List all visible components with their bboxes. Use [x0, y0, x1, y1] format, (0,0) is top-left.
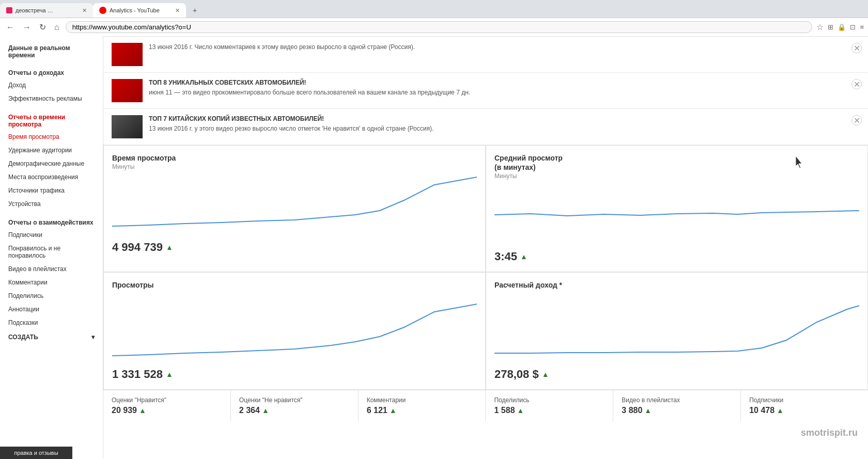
sidebar-item-subscribers[interactable]: Подписчики: [0, 228, 103, 242]
stat-item-playlists: Видео в плейлистах 3 880 ▲: [613, 390, 741, 421]
notification-thumb-0: [112, 43, 143, 66]
metric-card-avgview: Средний просмотр (в минутах) Минуты 3:45…: [486, 145, 868, 272]
trend-up-watchtime: ▲: [166, 243, 173, 251]
sidebar-item-devices[interactable]: Устройства: [0, 197, 103, 211]
watermark: smotrispit.ru: [801, 428, 858, 438]
home-button[interactable]: ⌂: [52, 22, 61, 33]
stat-item-shares: Поделились 1 588 ▲: [486, 390, 613, 421]
chart-svg-views: [112, 302, 477, 363]
refresh-button[interactable]: ↻: [37, 21, 48, 33]
tab-close-inactive[interactable]: ✕: [82, 7, 87, 14]
stat-label-dislikes: Оценки "Не нравится": [239, 397, 350, 404]
stat-label-likes: Оценки "Нравится": [112, 397, 222, 404]
sidebar-item-income[interactable]: Доход: [0, 78, 103, 92]
metrics-grid: Время просмотра Минуты 4 994 739 ▲ Средн…: [103, 145, 868, 390]
metric-value-watchtime: 4 994 739 ▲: [112, 241, 477, 254]
notification-close-0[interactable]: ✕: [851, 43, 862, 53]
stat-value-dislikes: 2 364 ▲: [239, 406, 350, 415]
stat-item-dislikes: Оценки "Не нравится" 2 364 ▲: [231, 390, 359, 421]
stat-value-likes: 20 939 ▲: [112, 406, 222, 415]
sidebar-footer: правка и отзывы: [0, 447, 72, 459]
sidebar: Данные в реальном времени Отчеты о доход…: [0, 36, 103, 459]
toolbar-icon-4[interactable]: ≡: [860, 23, 864, 31]
address-bar-row: ← → ↻ ⌂ ☆ ⊞ 🔒 ⊡ ≡: [0, 18, 868, 36]
sidebar-item-playlists[interactable]: Видео в плейлистах: [0, 262, 103, 276]
tab-favicon-inactive: [6, 7, 12, 13]
main-container: Данные в реальном времени Отчеты о доход…: [0, 36, 868, 459]
stat-item-likes: Оценки "Нравится" 20 939 ▲: [103, 390, 231, 421]
tab-inactive[interactable]: деовстреча Hango ✕: [0, 3, 93, 18]
sidebar-item-cards[interactable]: Подсказки: [0, 316, 103, 329]
toolbar-icon-3[interactable]: ⊡: [850, 23, 856, 31]
chart-revenue: [494, 302, 859, 363]
metric-title-avgview2: (в минутах): [494, 163, 859, 171]
metric-subtitle-watchtime: Минуты: [112, 163, 477, 170]
trend-up-avgview: ▲: [520, 252, 528, 261]
toolbar-icon-2[interactable]: 🔒: [838, 23, 846, 31]
notification-title-1: ТОП 8 УНИКАЛЬНЫХ СОВЕТСКИХ АВТОМОБИЛЕЙ!: [149, 79, 860, 86]
stat-value-playlists: 3 880 ▲: [622, 406, 732, 415]
trend-up-subscribers: ▲: [777, 406, 784, 415]
sidebar-item-comments[interactable]: Комментарии: [0, 276, 103, 289]
browser-chrome: деовстреча Hango ✕ Analytics - YouTube ✕…: [0, 0, 868, 36]
metric-card-views: Просмотры 1 331 528 ▲: [103, 272, 486, 390]
metric-value-views: 1 331 528 ▲: [112, 368, 477, 381]
sidebar-item-retention[interactable]: Удержание аудитории: [0, 144, 103, 157]
sidebar-item-annotations[interactable]: Аннотации: [0, 303, 103, 316]
sidebar-item-watchtime[interactable]: Время просмотра: [0, 130, 103, 144]
trend-up-revenue: ▲: [542, 370, 549, 378]
notification-close-2[interactable]: ✕: [851, 115, 862, 125]
back-button[interactable]: ←: [4, 22, 17, 33]
new-tab-icon: +: [193, 6, 197, 14]
stat-label-shares: Поделились: [494, 397, 605, 404]
metric-subtitle-views: [112, 290, 477, 297]
thumb-image-1: [112, 79, 143, 102]
metric-subtitle-avgview: Минуты: [494, 172, 859, 180]
trend-up-playlists: ▲: [644, 406, 652, 415]
notification-text-2: ТОП 7 КИТАЙСКИХ КОПИЙ ИЗВЕСТНЫХ АВТОМОБИ…: [149, 115, 860, 133]
sidebar-realtime-label2: времени: [8, 52, 35, 59]
chart-views: [112, 302, 477, 363]
metric-title-avgview: Средний просмотр: [494, 154, 859, 162]
sidebar-section-revenue: Отчеты о доходах: [0, 65, 103, 78]
notification-thumb-2: [112, 115, 143, 138]
thumb-image-2: [112, 115, 143, 138]
address-input[interactable]: [66, 21, 813, 33]
toolbar-icon-1[interactable]: ⊞: [828, 23, 833, 31]
stats-bar: Оценки "Нравится" 20 939 ▲ Оценки "Не нр…: [103, 390, 868, 421]
sidebar-create-button[interactable]: СОЗДАТЬ ▾: [0, 329, 103, 345]
feedback-button[interactable]: правка и отзывы: [0, 447, 72, 459]
tab-active[interactable]: Analytics - YouTube ✕: [93, 3, 186, 18]
sidebar-item-playback[interactable]: Места воспроизведения: [0, 170, 103, 184]
stat-item-comments: Комментарии 6 121 ▲: [359, 390, 486, 421]
sidebar-item-shares[interactable]: Поделились: [0, 289, 103, 303]
stat-label-comments: Комментарии: [367, 397, 477, 404]
notification-card-0: 13 июня 2016 г. Число комментариев к это…: [103, 36, 868, 73]
notification-thumb-1: [112, 79, 143, 102]
sidebar-item-likes[interactable]: Понравилось и не понравилось: [0, 242, 103, 262]
bookmark-star-icon[interactable]: ☆: [816, 22, 824, 32]
sidebar-item-adeff[interactable]: Эффективность рекламы: [0, 92, 103, 105]
metric-card-watchtime: Время просмотра Минуты 4 994 739 ▲: [103, 145, 486, 272]
trend-up-views: ▲: [166, 370, 173, 378]
metric-value-revenue: 278,08 $ ▲: [494, 368, 859, 381]
metric-title-watchtime: Время просмотра: [112, 154, 477, 162]
tab-close-active[interactable]: ✕: [175, 7, 180, 14]
chart-avgview: [494, 184, 859, 246]
new-tab-button[interactable]: +: [187, 3, 203, 18]
sidebar-section-realtime: Данные в реальном времени: [0, 40, 103, 61]
toolbar-icons: ☆ ⊞ 🔒 ⊡ ≡: [816, 22, 864, 32]
notification-card-1: ТОП 8 УНИКАЛЬНЫХ СОВЕТСКИХ АВТОМОБИЛЕЙ! …: [103, 73, 868, 109]
notification-card-2: ТОП 7 КИТАЙСКИХ КОПИЙ ИЗВЕСТНЫХ АВТОМОБИ…: [103, 109, 868, 145]
stat-value-shares: 1 588 ▲: [494, 406, 605, 415]
trend-up-comments: ▲: [390, 406, 397, 415]
sidebar-item-traffic[interactable]: Источники трафика: [0, 184, 103, 197]
metric-title-revenue: Расчетный доход *: [494, 281, 859, 289]
forward-button[interactable]: →: [21, 22, 33, 33]
sidebar-item-demographics[interactable]: Демографические данные: [0, 157, 103, 170]
chevron-down-icon: ▾: [91, 334, 95, 341]
tab-favicon-active: [99, 7, 106, 14]
notification-desc-2: 13 июня 2016 г. у этого видео резко выро…: [149, 124, 860, 133]
notification-desc-0: 13 июня 2016 г. Число комментариев к это…: [149, 43, 860, 52]
notification-close-1[interactable]: ✕: [851, 79, 862, 89]
